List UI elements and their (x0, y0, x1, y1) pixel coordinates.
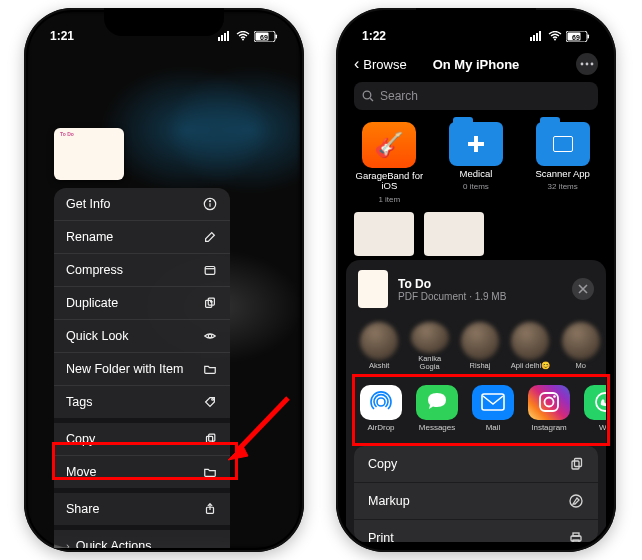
menu-share[interactable]: Share (54, 488, 230, 525)
mail-icon (472, 385, 514, 420)
share-apps-row[interactable]: AirDrop Messages Mail Instagram (346, 379, 606, 442)
action-copy[interactable]: Copy (354, 446, 598, 482)
share-app-whatsapp[interactable]: Wh (582, 385, 606, 432)
action-label: Print (368, 531, 394, 542)
menu-quick-actions[interactable]: ›Quick Actions (54, 525, 230, 548)
search-field[interactable]: Search (354, 82, 598, 110)
menu-label: Move (66, 465, 97, 479)
copy-icon (202, 431, 218, 447)
ellipsis-icon (580, 62, 594, 66)
document-icon (358, 270, 388, 308)
file-thumbnail[interactable] (354, 212, 414, 256)
menu-compress[interactable]: Compress (54, 253, 230, 286)
more-button[interactable] (576, 53, 598, 75)
action-label: Copy (368, 457, 397, 471)
close-icon (578, 284, 588, 294)
share-person[interactable]: Rishaj (459, 322, 501, 371)
folder-medical[interactable]: Medical 0 items (441, 122, 511, 204)
svg-point-38 (363, 91, 371, 99)
share-subtitle: PDF Document · 1.9 MB (398, 291, 562, 302)
svg-rect-12 (205, 267, 215, 275)
svg-rect-47 (575, 458, 582, 466)
eye-icon (202, 328, 218, 344)
folder-grid: GarageBand for iOS 1 item Medical 0 item… (340, 122, 612, 204)
svg-point-19 (212, 399, 214, 401)
phone-right: 1:22 69 ‹ Browse On My iPhone (336, 8, 616, 552)
svg-line-39 (370, 98, 373, 101)
action-print[interactable]: Print (354, 519, 598, 542)
svg-point-37 (591, 63, 594, 66)
svg-rect-1 (221, 35, 223, 41)
svg-point-44 (553, 395, 556, 398)
menu-new-folder[interactable]: New Folder with Item (54, 352, 230, 385)
svg-point-18 (208, 334, 212, 338)
back-button[interactable]: ‹ Browse (354, 55, 407, 73)
share-person[interactable]: Apii delhi😊 (509, 322, 551, 371)
svg-rect-29 (539, 31, 541, 41)
share-sheet: To Do PDF Document · 1.9 MB Akshit Kanik… (346, 260, 606, 542)
svg-text:69: 69 (260, 33, 268, 40)
share-app-mail[interactable]: Mail (470, 385, 516, 432)
phone-left: 1:21 69 Get Info Rename Compre (24, 8, 304, 552)
folder-icon (449, 122, 503, 166)
markup-icon (568, 493, 584, 509)
folder-plus-icon (202, 361, 218, 377)
avatar (360, 322, 398, 360)
svg-point-43 (545, 398, 554, 407)
share-app-messages[interactable]: Messages (414, 385, 460, 432)
svg-point-48 (570, 495, 582, 507)
close-button[interactable] (572, 278, 594, 300)
avatar (511, 322, 549, 360)
svg-point-40 (377, 398, 385, 406)
svg-point-35 (581, 63, 584, 66)
whatsapp-icon (584, 385, 606, 420)
share-icon (202, 501, 218, 517)
file-preview-thumbnail[interactable] (54, 128, 124, 180)
tag-icon (202, 394, 218, 410)
avatar (461, 322, 499, 360)
print-icon (568, 530, 584, 542)
file-thumbnail[interactable] (424, 212, 484, 256)
folder-scanner[interactable]: Scanner App 32 items (528, 122, 598, 204)
menu-get-info[interactable]: Get Info (54, 188, 230, 220)
menu-duplicate[interactable]: Duplicate (54, 286, 230, 319)
airdrop-icon (360, 385, 402, 420)
share-app-airdrop[interactable]: AirDrop (358, 385, 404, 432)
copy-icon (568, 456, 584, 472)
svg-point-11 (209, 201, 210, 202)
avatar (562, 322, 600, 360)
menu-quick-look[interactable]: Quick Look (54, 319, 230, 352)
menu-label: Share (66, 502, 99, 516)
duplicate-icon (202, 295, 218, 311)
folder-garageband[interactable]: GarageBand for iOS 1 item (354, 122, 424, 204)
menu-label: Copy (66, 432, 95, 446)
share-person[interactable]: Akshit (358, 322, 400, 371)
svg-rect-21 (209, 434, 215, 441)
svg-rect-3 (227, 31, 229, 41)
svg-rect-41 (482, 394, 504, 410)
menu-label: New Folder with Item (66, 362, 183, 376)
status-indicators: 69 (218, 31, 278, 42)
menu-label: Compress (66, 263, 123, 277)
folder-icon (536, 122, 590, 166)
menu-rename[interactable]: Rename (54, 220, 230, 253)
share-title: To Do (398, 277, 562, 291)
svg-rect-20 (207, 436, 213, 443)
search-icon (362, 90, 374, 102)
share-people-row[interactable]: Akshit Kanika Gogia Rishaj Apii delhi😊 M… (346, 318, 606, 379)
svg-rect-28 (536, 33, 538, 41)
avatar (411, 322, 449, 353)
share-person[interactable]: Mo (560, 322, 602, 371)
menu-copy[interactable]: Copy (54, 418, 230, 455)
menu-tags[interactable]: Tags (54, 385, 230, 418)
archive-icon (202, 262, 218, 278)
share-app-instagram[interactable]: Instagram (526, 385, 572, 432)
svg-rect-6 (276, 34, 278, 38)
share-person[interactable]: Kanika Gogia (408, 322, 450, 371)
folder-icon (202, 464, 218, 480)
action-markup[interactable]: Markup (354, 482, 598, 519)
status-time: 1:22 (362, 29, 386, 43)
menu-label: Duplicate (66, 296, 118, 310)
messages-icon (416, 385, 458, 420)
menu-move[interactable]: Move (54, 455, 230, 488)
